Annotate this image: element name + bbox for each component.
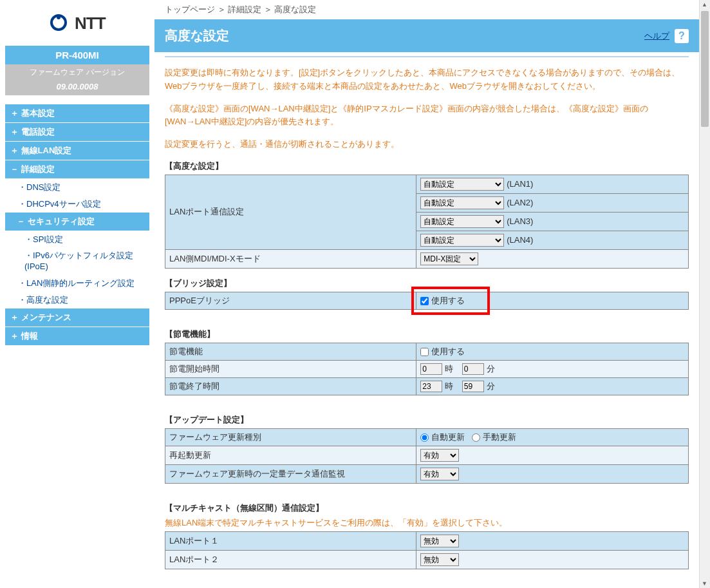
nav-basic[interactable]: ＋ 基本設定 [5,104,149,123]
power-end-h[interactable] [420,381,442,392]
main-content: トップページ ＞ 詳細設定 ＞ 高度な設定 高度な設定 ヘルプ ? 設定変更は即… [154,0,699,588]
traffic-monitor-label: ファームウェア更新時の一定量データ通信監視 [165,464,416,483]
nav-dhcp[interactable]: ・DHCPv4サーバ設定 [5,196,149,213]
lan1-select[interactable]: 自動設定 [420,178,504,191]
fw-label: ファームウェア バージョン [5,64,149,81]
advanced-table: LANポート通信設定 自動設定(LAN1) 自動設定(LAN2) 自動設定(LA… [165,175,689,269]
mdi-select[interactable]: MDI-X固定 [420,252,478,265]
pppoe-checkbox[interactable] [420,297,429,305]
power-table: 節電機能 使用する 節電開始時間 時 分 節電終了時間 時 分 [165,343,689,395]
fw-version: 09.00.0008 [5,81,149,95]
mc-lan1-label: LANポート１ [165,531,416,550]
nav-static-routing[interactable]: ・LAN側静的ルーティング設定 [5,275,149,292]
breadcrumb: トップページ ＞ 詳細設定 ＞ 高度な設定 [154,0,699,19]
nav-spi[interactable]: ・SPI設定 [5,231,149,248]
section-multicast-title: 【マルチキャスト（無線区間）通信設定】 [165,502,689,514]
bridge-table: PPPoEブリッジ 使用する [165,292,689,310]
update-auto-radio[interactable] [420,433,429,442]
update-manual-label[interactable]: 手動更新 [472,432,516,442]
multicast-note: 無線LAN端末で特定マルチキャストサービスをご利用の際は、「有効」を選択して下さ… [165,517,689,530]
nav-advanced[interactable]: ・高度な設定 [5,292,149,308]
ntt-logo-icon [49,13,68,34]
section-update-title: 【アップデート設定】 [165,414,689,426]
reboot-update-label: 再起動更新 [165,446,416,464]
power-start-m[interactable] [462,363,484,375]
help-link[interactable]: ヘルプ [644,30,669,42]
nav-detail[interactable]: － 詳細設定 [5,160,149,179]
update-type-label: ファームウェア更新種別 [165,428,416,446]
section-bridge-title: 【ブリッジ設定】 [165,278,689,289]
power-start-h[interactable] [420,363,442,375]
sidebar: NTT PR-400MI ファームウェア バージョン 09.00.0008 ＋ … [0,0,154,588]
help-icon[interactable]: ? [675,29,689,43]
mdi-label: LAN側MDI/MDI-Xモード [165,249,416,268]
lan3-select[interactable]: 自動設定 [420,215,504,228]
logo-text: NTT [75,14,106,33]
update-table: ファームウェア更新種別 自動更新 手動更新 再起動更新 有効 ファームウェア更新… [165,428,689,484]
multicast-table: LANポート１ 無効 LANポート２ 無効 [165,531,689,569]
lan2-select[interactable]: 自動設定 [420,196,504,209]
svg-point-1 [57,15,61,19]
nav-maintenance[interactable]: ＋ メンテナンス [5,308,149,327]
power-checkbox[interactable] [420,348,429,356]
nav-info[interactable]: ＋ 情報 [5,327,149,346]
nav-dns[interactable]: ・DNS設定 [5,179,149,196]
warning-3: 設定変更を行うと、通話・通信が切断されることがあります。 [165,138,689,151]
nav-ipv6filter[interactable]: ・IPv6パケットフィルタ設定(IPoE) [5,248,149,275]
update-manual-radio[interactable] [472,433,480,442]
reboot-update-select[interactable]: 有効 [420,449,459,462]
nav-phone[interactable]: ＋ 電話設定 [5,123,149,142]
section-advanced-title: 【高度な設定】 [165,160,689,172]
power-row1-label: 節電機能 [165,343,416,360]
pppoe-value-cell: 使用する [416,292,689,309]
pppoe-use-label[interactable]: 使用する [420,296,465,305]
model-badge: PR-400MI [5,46,149,64]
power-end-label: 節電終了時間 [165,377,416,395]
mc-lan2-label: LANポート２ [165,550,416,569]
mc-lan2-select[interactable]: 無効 [420,553,459,566]
section-power-title: 【節電機能】 [165,328,689,340]
mc-lan1-select[interactable]: 無効 [420,535,459,547]
lan-port-label: LANポート通信設定 [165,175,416,249]
nav-wlan[interactable]: ＋ 無線LAN設定 [5,142,149,160]
power-end-m[interactable] [462,381,484,392]
power-use-label[interactable]: 使用する [420,346,465,356]
lan4-select[interactable]: 自動設定 [420,234,504,247]
divider [165,56,689,57]
warning-2: 《高度な設定》画面の[WAN→LAN中継設定]と《静的IPマスカレード設定》画面… [165,102,689,129]
nav-menu: ＋ 基本設定 ＋ 電話設定 ＋ 無線LAN設定 － 詳細設定 ・DNS設定 ・D… [5,104,149,346]
logo: NTT [5,6,149,46]
power-start-label: 節電開始時間 [165,360,416,377]
update-auto-label[interactable]: 自動更新 [420,432,465,442]
nav-security[interactable]: － セキュリティ設定 [5,213,149,231]
vertical-scrollbar[interactable] [699,0,710,588]
traffic-monitor-select[interactable]: 有効 [420,468,459,480]
page-title: 高度な設定 [165,27,229,44]
pppoe-label: PPPoEブリッジ [165,292,416,309]
scrollbar-thumb[interactable] [701,11,709,127]
page-title-bar: 高度な設定 ヘルプ ? [154,19,699,52]
warning-1: 設定変更は即時に有効となります。[設定]ボタンをクリックしたあと、本商品にアクセ… [165,66,689,93]
